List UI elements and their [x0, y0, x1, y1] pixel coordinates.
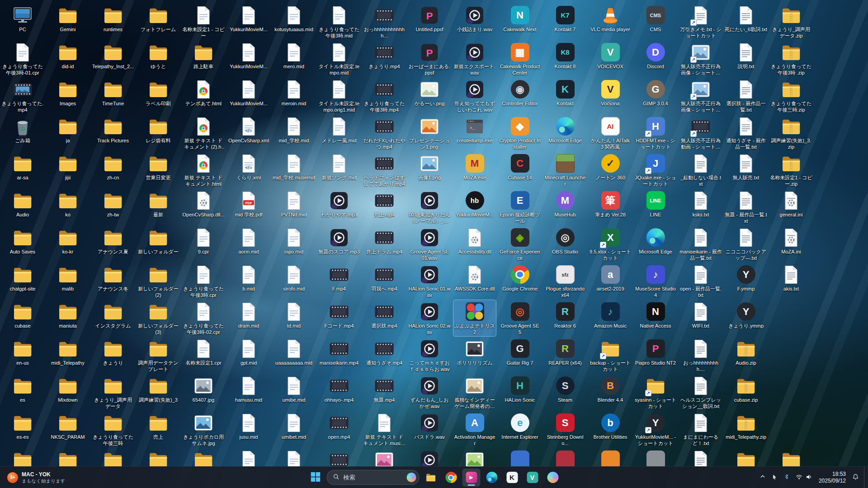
desktop-icon[interactable]: 死にたい_6歌詞.txt: [725, 4, 767, 40]
tray-bluetooth-button[interactable]: [781, 469, 793, 487]
desktop-icon[interactable]: [363, 448, 406, 466]
desktop-icon[interactable]: HALion Sonic 01.wav: [408, 263, 451, 299]
desktop-icon[interactable]: cubase: [1, 300, 44, 336]
desktop-icon[interactable]: [227, 448, 270, 466]
desktop-icon[interactable]: Track Pictures: [92, 115, 134, 151]
desktop-icon[interactable]: フォトフレーム: [137, 4, 179, 40]
desktop-icon[interactable]: eInternet Explorer: [499, 411, 541, 447]
desktop-icon[interactable]: まにまにわーるど！.txt: [679, 411, 722, 447]
desktop-icon[interactable]: メドレー風.mid: [318, 115, 360, 151]
desktop-icon[interactable]: jijii: [47, 152, 89, 188]
desktop-icon[interactable]: Groove Agent SE 01.wav: [408, 226, 451, 262]
desktop-icon[interactable]: ar-sa: [1, 152, 44, 188]
desktop-icon[interactable]: Audio.zip: [725, 337, 767, 373]
desktop-icon[interactable]: akis.txt: [770, 263, 812, 299]
desktop-icon[interactable]: 新規 テキスト ドキュメント.html: [182, 152, 225, 188]
desktop-icon[interactable]: Images: [47, 78, 89, 114]
desktop-icon[interactable]: ↗backup - ショートカット: [589, 337, 632, 373]
desktop-icon[interactable]: SSteam: [544, 374, 586, 410]
desktop-icon[interactable]: did-id: [47, 41, 89, 77]
desktop-icon[interactable]: RReaktor 6: [544, 300, 586, 336]
desktop-icon[interactable]: NNative Access: [634, 300, 677, 336]
desktop-icon[interactable]: 無題のスコア.mp3: [318, 226, 360, 262]
desktop-icon[interactable]: aorin.mid: [227, 226, 270, 262]
desktop-icon[interactable]: 選択肢.mp4: [363, 300, 406, 336]
desktop-icon[interactable]: 9.cpr: [182, 226, 225, 262]
desktop-icon[interactable]: open.mp4: [318, 411, 360, 447]
taskbar-app-file-explorer[interactable]: [422, 469, 440, 487]
desktop-icon[interactable]: 無題.mp4: [363, 374, 406, 410]
desktop-icon[interactable]: PDFmid 学校.pdf: [227, 189, 270, 225]
desktop-icon[interactable]: ◎OBS Studio: [544, 226, 586, 262]
desktop-icon[interactable]: uaaaaaaaaa.mid: [273, 337, 315, 373]
desktop-icon[interactable]: 最新: [137, 189, 179, 225]
desktop-icon[interactable]: きょうり食ってた午後3時.mid: [318, 4, 360, 40]
desktop-icon[interactable]: runtimes: [92, 4, 134, 40]
desktop-icon[interactable]: ニコニコバックアップ—.txt: [725, 226, 767, 262]
desktop-icon[interactable]: 調声練習(失敗)_3: [137, 374, 179, 410]
desktop-icon[interactable]: bBrother Utilities: [589, 411, 632, 447]
notification-bell-button[interactable]: [849, 469, 862, 487]
desktop-icon[interactable]: [589, 448, 632, 466]
desktop-icon[interactable]: [47, 448, 89, 466]
desktop-icon[interactable]: Y↗YukkuriMovieM... - ショートカット: [634, 411, 677, 447]
desktop-icon[interactable]: midi_Telepathy.zip: [725, 411, 767, 447]
desktop-icon[interactable]: 名称未設定1 - コピー.zip: [770, 152, 812, 188]
desktop-icon[interactable]: テンポあて.html: [182, 78, 225, 114]
desktop-icon[interactable]: 説明.txt: [725, 41, 767, 77]
desktop-icon[interactable]: PUntitled.ppsf: [408, 4, 451, 40]
desktop-icon[interactable]: ずんだもん_しおかぜ.wav: [408, 374, 451, 410]
desktop-icon[interactable]: K8Kontakt 8: [544, 41, 586, 77]
desktop-icon[interactable]: 65407.jpg: [182, 374, 225, 410]
desktop-icon[interactable]: [725, 448, 767, 466]
desktop-icon[interactable]: zh-tw: [92, 189, 134, 225]
desktop-icon[interactable]: WIFI.txt: [679, 300, 722, 336]
desktop-icon[interactable]: HHALion Sonic: [499, 374, 541, 410]
desktop-icon[interactable]: 新規ソング.mid: [318, 152, 360, 188]
desktop-icon[interactable]: PC: [1, 4, 44, 40]
desktop-icon[interactable]: 001_東北きりたん（ノーマル）_今しゃ...: [408, 189, 451, 225]
desktop-icon[interactable]: Yきょうり.ymmp: [725, 300, 767, 336]
desktop-icon[interactable]: タイトル未設定.tempo.orig1.mid: [318, 78, 360, 114]
desktop-icon[interactable]: b.mid: [227, 263, 270, 299]
desktop-icon[interactable]: ▦Cakewalk Product Center: [499, 41, 541, 77]
tray-cursor-button[interactable]: [769, 469, 781, 487]
tray-chevron-up-button[interactable]: [757, 469, 769, 487]
desktop-icon[interactable]: ↗無人販売不正行為動画 - ショートカット: [679, 115, 722, 151]
desktop-icon[interactable]: ◆Crypton Product Installer: [499, 115, 541, 151]
desktop-icon[interactable]: DDiscord: [634, 41, 677, 77]
desktop-icon[interactable]: chatgpt-site: [1, 263, 44, 299]
desktop-icon[interactable]: mid_学校.musemid: [273, 152, 315, 188]
desktop-icon[interactable]: 新規 テキスト ドキュメント (2).html: [182, 115, 225, 151]
desktop-icon[interactable]: ksks.txt: [679, 189, 722, 225]
desktop-icon[interactable]: こってｍｈｄすおｆｄｓｂらお.wav: [408, 337, 451, 373]
desktop-icon[interactable]: umibet.mid: [273, 411, 315, 447]
desktop-icon[interactable]: YF.ymmp: [725, 263, 767, 299]
desktop-icon[interactable]: ✓ノートン 360: [589, 152, 632, 188]
desktop-icon[interactable]: きょうり食ってた午後3時-01.cpr: [1, 41, 44, 77]
desktop-icon[interactable]: ◎Groove Agent SE 5: [499, 300, 541, 336]
desktop-icon[interactable]: td.mid: [273, 300, 315, 336]
desktop-icon[interactable]: ja: [47, 115, 89, 151]
desktop-icon[interactable]: きょうり食ってた午後3時.mp4: [363, 78, 406, 114]
desktop-icon[interactable]: open - 親作品一覧.txt: [679, 263, 722, 299]
desktop-icon[interactable]: 路上駐車: [182, 41, 225, 77]
desktop-icon[interactable]: ↗万引きメモ.txt - ショートカット: [679, 4, 722, 40]
desktop-icon[interactable]: 新しいフォルダー: [137, 226, 179, 262]
desktop-icon[interactable]: dram.mid: [227, 300, 270, 336]
desktop-icon[interactable]: Fコード.mp4: [318, 300, 360, 336]
desktop-icon[interactable]: sirofo.mid: [273, 263, 315, 299]
desktop-icon[interactable]: [137, 448, 179, 466]
desktop-icon[interactable]: 新規エクスポート.wav: [453, 41, 496, 77]
desktop-icon-grid[interactable]: PCGeminiruntimesフォトフレーム名称未設定1 - コピーYukku…: [0, 0, 868, 466]
desktop-icon[interactable]: ラベル印刷: [137, 78, 179, 114]
desktop-icon[interactable]: midi_Telepathy: [47, 337, 89, 373]
desktop-icon[interactable]: きょうり食ってた午後三時.zip: [770, 78, 812, 114]
desktop-icon[interactable]: [318, 448, 360, 466]
desktop-icon[interactable]: Accessibility.dll: [453, 226, 496, 262]
desktop-icon[interactable]: 選択肢 - 親作品一覧.txt: [725, 78, 767, 114]
desktop-icon[interactable]: レジ袋有料: [137, 115, 179, 151]
desktop-icon[interactable]: Audio: [1, 189, 44, 225]
desktop-icon[interactable]: _起動しない場合.txt: [679, 152, 722, 188]
desktop-icon[interactable]: 通知うざそ.mp4: [363, 337, 406, 373]
